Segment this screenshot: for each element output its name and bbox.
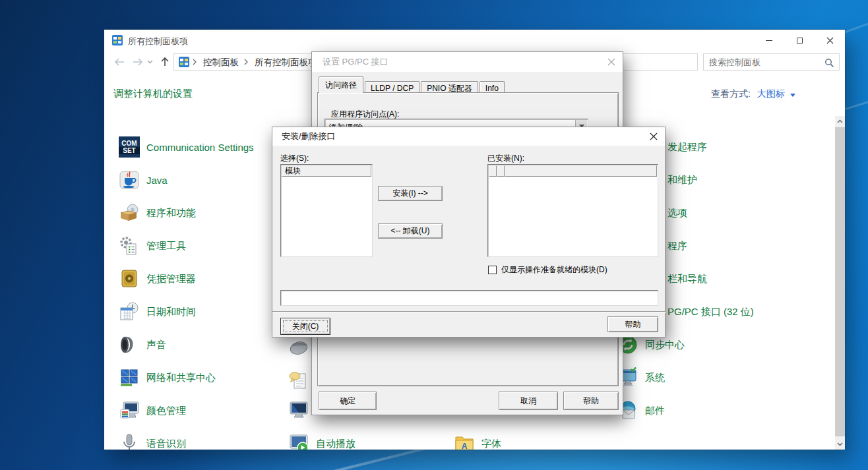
installed-column-header-2[interactable]: [497, 165, 505, 177]
network-sharing-icon: [119, 367, 140, 388]
tab-access-path[interactable]: 访问路径: [319, 76, 363, 93]
autoplay-icon: [288, 433, 309, 450]
focus-rect: [283, 320, 328, 332]
install-dialog-titlebar: 安装/删除接口: [272, 127, 665, 146]
date-time-icon: [119, 301, 140, 322]
ready-modules-checkbox-row[interactable]: 仅显示操作准备就绪的模块(D): [488, 264, 607, 276]
cp-item-date-time[interactable]: 日期和时间: [119, 301, 196, 322]
install-dialog-help-button[interactable]: 帮助: [607, 316, 658, 332]
speech-recognition-icon: [119, 433, 140, 450]
installed-label: 已安装(N):: [487, 153, 524, 164]
installed-column-header-1[interactable]: [489, 165, 497, 177]
cp-item-color-management[interactable]: 颜色管理: [119, 400, 186, 421]
cp-item-mail[interactable]: 邮件: [617, 400, 665, 421]
pgpc-help-button[interactable]: 帮助: [563, 392, 619, 410]
credential-manager-icon: [119, 268, 140, 289]
breadcrumb-separator-icon[interactable]: [193, 59, 197, 65]
cp-item-document-speech[interactable]: [288, 370, 309, 391]
view-mode-dropdown-icon[interactable]: [790, 94, 795, 97]
programs-features-icon: [119, 202, 140, 223]
module-column-header[interactable]: 模块: [282, 165, 371, 177]
svg-text:A: A: [462, 442, 468, 450]
maximize-icon: [797, 38, 803, 44]
install-dialog-close-button[interactable]: 关闭(C): [280, 318, 330, 335]
installed-list[interactable]: [487, 164, 658, 257]
breadcrumb-control-panel[interactable]: 控制面板: [203, 57, 239, 69]
close-icon: [607, 58, 615, 66]
close-icon: [826, 37, 834, 44]
cp-item-fragment[interactable]: 发起程序: [667, 140, 707, 154]
cp-item-fragment[interactable]: 栏和导航: [667, 272, 707, 285]
view-mode-value[interactable]: 大图标: [757, 88, 785, 99]
cp-item-credential-manager[interactable]: 凭据管理器: [119, 268, 196, 289]
cp-item-system[interactable]: 系统: [617, 367, 665, 388]
module-select-list[interactable]: 模块: [280, 164, 373, 257]
breadcrumb-app-icon: [179, 57, 189, 67]
up-button[interactable]: [157, 53, 173, 71]
install-remove-dialog: 安装/删除接口 选择(S): 已安装(N): 模块 安装(I) --> <-- …: [272, 127, 666, 338]
pgpc-cancel-button[interactable]: 取消: [499, 392, 558, 410]
dialog-separator: [272, 311, 666, 312]
forward-icon: [132, 57, 144, 67]
cp-item-pgpc-interface[interactable]: PG/PC 接口 (32 位): [667, 305, 754, 318]
view-mode-label: 查看方式:: [711, 88, 751, 99]
minimize-button[interactable]: [754, 30, 784, 51]
forward-button[interactable]: [129, 53, 146, 71]
window-titlebar: 所有控制面板项: [104, 30, 845, 51]
java-icon: [119, 169, 140, 191]
cp-item-admin-tools[interactable]: 管理工具: [119, 235, 186, 256]
scroll-up-button[interactable]: [835, 116, 845, 127]
back-icon: [113, 57, 125, 67]
chevron-down-icon: [147, 60, 153, 64]
color-management-icon: [119, 400, 140, 421]
select-label: 选择(S):: [280, 153, 309, 164]
scroll-thumb[interactable]: [835, 127, 845, 436]
cp-item-computer[interactable]: [288, 399, 309, 421]
close-button[interactable]: [815, 30, 845, 51]
vertical-scrollbar[interactable]: [835, 116, 845, 450]
breadcrumb-separator-icon[interactable]: [244, 59, 248, 65]
computer-monitor-icon: [288, 399, 309, 421]
pgpc-ok-button[interactable]: 确定: [319, 392, 377, 410]
uninstall-button[interactable]: <-- 卸载(U): [378, 223, 443, 239]
back-button[interactable]: [111, 53, 128, 71]
search-input[interactable]: [709, 55, 821, 69]
chevron-up-icon: [837, 119, 843, 123]
cp-item-fragment[interactable]: 选项: [667, 206, 687, 220]
pgpc-close-button[interactable]: [606, 57, 617, 67]
breadcrumb-all-items[interactable]: 所有控制面板项: [255, 57, 317, 69]
sound-icon: [119, 334, 140, 355]
search-icon[interactable]: [824, 57, 834, 68]
cp-item-fonts[interactable]: A 字体: [454, 433, 501, 450]
pgpc-tab-strip: 访问路径 LLDP / DCP PNIO 适配器 Info: [319, 76, 506, 93]
cp-item-java[interactable]: Java: [119, 169, 168, 191]
comset-icon: COM SET: [119, 136, 140, 158]
cp-item-autoplay[interactable]: 自动播放: [288, 433, 356, 450]
document-speech-bubble-icon: [288, 370, 309, 391]
recent-pages-button[interactable]: [145, 56, 154, 68]
chevron-down-icon: [837, 442, 843, 446]
cp-item-network-sharing[interactable]: 网络和共享中心: [119, 367, 216, 388]
cp-item-speech-recognition[interactable]: 语音识别: [119, 433, 186, 450]
admin-tools-icon: [119, 235, 140, 256]
cp-item-fragment[interactable]: 和维护: [667, 173, 697, 187]
mouse-icon: [288, 337, 309, 358]
control-panel-app-icon: [112, 35, 123, 45]
scroll-down-button[interactable]: [835, 439, 845, 450]
cp-item-fragment[interactable]: 程序: [667, 239, 687, 252]
cp-item-mouse[interactable]: [288, 337, 309, 358]
install-dialog-title: 安装/删除接口: [282, 131, 336, 142]
checkbox-icon[interactable]: [488, 266, 497, 274]
cp-item-programs-features[interactable]: 程序和功能: [119, 202, 196, 223]
page-title: 调整计算机的设置: [113, 88, 193, 100]
cp-item-communication-settings[interactable]: COM SET Communication Settings: [119, 136, 254, 158]
install-button[interactable]: 安装(I) -->: [378, 186, 443, 201]
install-close-button[interactable]: [648, 132, 659, 141]
maximize-button[interactable]: [784, 30, 815, 51]
cp-item-sound[interactable]: 声音: [119, 334, 166, 355]
fonts-icon: A: [454, 433, 475, 450]
pgpc-dialog-titlebar: 设置 PG/PC 接口: [312, 52, 623, 72]
search-box[interactable]: [703, 53, 840, 71]
status-field: [280, 290, 658, 306]
installed-column-header-3[interactable]: [505, 165, 657, 177]
